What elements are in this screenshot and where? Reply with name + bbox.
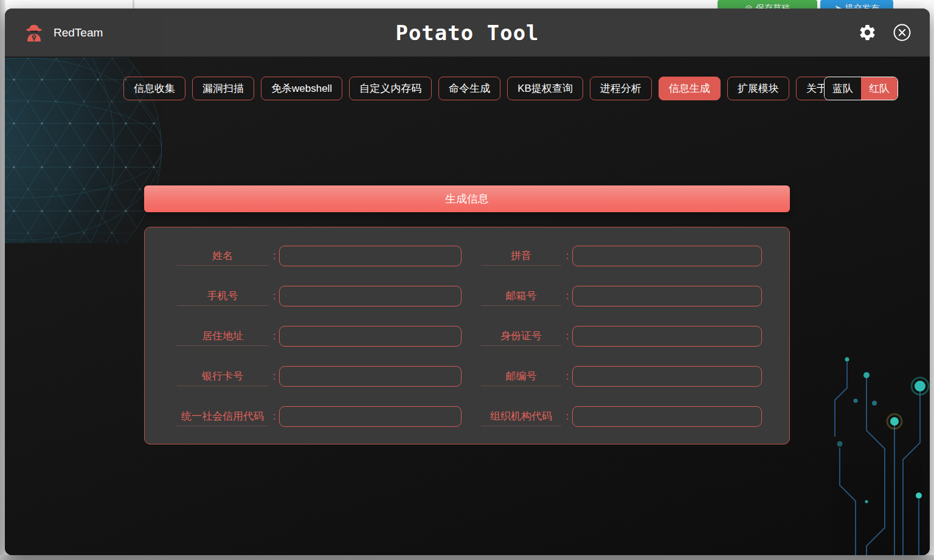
postal-code-input[interactable] bbox=[572, 366, 762, 387]
colon: : bbox=[272, 371, 276, 382]
email-input[interactable] bbox=[572, 286, 762, 306]
org-code-label: 组织机构代码 bbox=[481, 407, 561, 426]
field-address: 居住地址 : bbox=[177, 326, 462, 347]
phone-input[interactable] bbox=[279, 286, 462, 306]
redteam-spy-logo-icon bbox=[23, 22, 45, 44]
colon: : bbox=[566, 251, 569, 261]
pinyin-label: 拼音 bbox=[481, 246, 561, 266]
colon: : bbox=[566, 371, 569, 382]
credit-code-input[interactable] bbox=[279, 406, 462, 427]
generated-info-form: 姓名 : 拼音 : 手机号 : 邮箱号 : 居住地址 : bbox=[144, 227, 790, 444]
tab-process-analysis[interactable]: 进程分析 bbox=[590, 77, 652, 100]
colon: : bbox=[566, 291, 569, 302]
name-label: 姓名 bbox=[177, 246, 268, 266]
colon: : bbox=[566, 331, 569, 342]
tab-custom-memcode[interactable]: 自定义内存码 bbox=[349, 77, 432, 100]
credit-code-label: 统一社会信用代码 bbox=[177, 407, 268, 426]
team-toggle: 蓝队 红队 bbox=[824, 77, 898, 100]
field-postal-code: 邮编号 : bbox=[481, 366, 762, 387]
brand-name: RedTeam bbox=[54, 26, 103, 40]
tab-info-collection[interactable]: 信息收集 bbox=[123, 77, 185, 100]
circuit-traces-decoration bbox=[831, 345, 930, 555]
tab-kb-privesc-query[interactable]: KB提权查询 bbox=[507, 77, 583, 100]
field-pinyin: 拼音 : bbox=[481, 246, 762, 266]
address-label: 居住地址 bbox=[177, 327, 268, 346]
tab-info-generate[interactable]: 信息生成 bbox=[659, 77, 721, 100]
colon: : bbox=[272, 411, 276, 422]
tab-extension-modules[interactable]: 扩展模块 bbox=[727, 77, 789, 100]
field-credit-code: 统一社会信用代码 : bbox=[177, 406, 462, 427]
tab-bypass-webshell[interactable]: 免杀webshell bbox=[261, 77, 342, 100]
field-email: 邮箱号 : bbox=[481, 286, 762, 306]
app-title: Potato Tool bbox=[5, 21, 930, 45]
colon: : bbox=[272, 251, 276, 261]
red-team-toggle[interactable]: 红队 bbox=[861, 77, 898, 100]
bank-card-label: 银行卡号 bbox=[177, 367, 268, 386]
settings-gear-icon[interactable] bbox=[858, 23, 877, 42]
desktop-edge-right bbox=[929, 0, 934, 560]
address-input[interactable] bbox=[279, 326, 462, 347]
blue-team-toggle[interactable]: 蓝队 bbox=[825, 77, 861, 100]
id-number-label: 身份证号 bbox=[481, 327, 561, 346]
potato-tool-window: RedTeam Potato Tool bbox=[5, 9, 930, 555]
main-content: 信息收集 漏洞扫描 免杀webshell 自定义内存码 命令生成 KB提权查询 … bbox=[5, 57, 930, 555]
tab-command-generate[interactable]: 命令生成 bbox=[438, 77, 500, 100]
desktop-edge-bottom bbox=[0, 555, 934, 560]
field-name: 姓名 : bbox=[177, 246, 462, 266]
titlebar-actions bbox=[858, 23, 912, 42]
field-phone: 手机号 : bbox=[177, 286, 462, 306]
colon: : bbox=[272, 331, 276, 342]
generate-info-button[interactable]: 生成信息 bbox=[144, 185, 790, 212]
field-bank-card: 银行卡号 : bbox=[177, 366, 462, 387]
phone-label: 手机号 bbox=[177, 286, 268, 306]
brand: RedTeam bbox=[23, 22, 103, 44]
colon: : bbox=[272, 291, 276, 302]
id-number-input[interactable] bbox=[572, 326, 762, 347]
name-input[interactable] bbox=[279, 246, 462, 266]
postal-code-label: 邮编号 bbox=[481, 367, 561, 386]
tab-vuln-scan[interactable]: 漏洞扫描 bbox=[192, 77, 254, 100]
bank-card-input[interactable] bbox=[279, 366, 462, 387]
colon: : bbox=[566, 411, 569, 422]
titlebar: RedTeam Potato Tool bbox=[5, 9, 930, 57]
field-id-number: 身份证号 : bbox=[481, 326, 762, 347]
close-icon[interactable] bbox=[893, 23, 912, 42]
org-code-input[interactable] bbox=[572, 406, 762, 427]
email-label: 邮箱号 bbox=[481, 286, 561, 306]
nav-tabs: 信息收集 漏洞扫描 免杀webshell 自定义内存码 命令生成 KB提权查询 … bbox=[123, 77, 837, 100]
pinyin-input[interactable] bbox=[572, 246, 762, 266]
field-org-code: 组织机构代码 : bbox=[481, 406, 762, 427]
